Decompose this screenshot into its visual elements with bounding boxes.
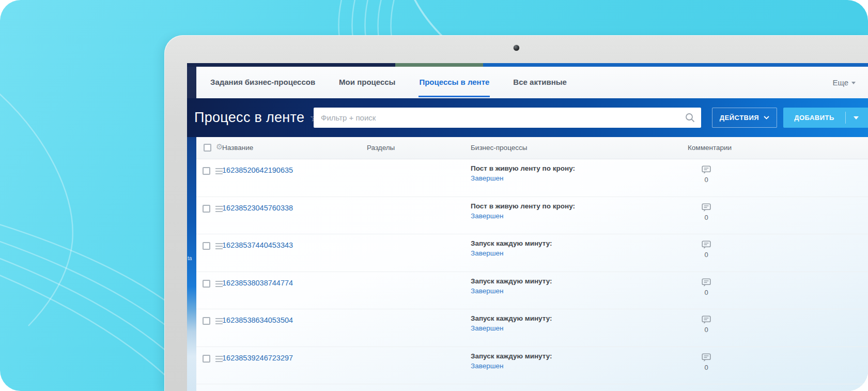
business-process-name: Запуск каждую минуту:	[471, 239, 552, 247]
row-menu-icon[interactable]	[215, 168, 223, 174]
comment-bubble-icon[interactable]	[702, 278, 711, 287]
process-tabs-bar: Задания бизнес-процессов Мои процессы Пр…	[196, 67, 868, 98]
search-icon[interactable]	[685, 113, 695, 123]
chevron-down-icon	[764, 116, 769, 119]
business-process-status-link[interactable]: Завершен	[471, 174, 575, 182]
comments-cell: 0	[688, 353, 725, 371]
business-process-name: Запуск каждую минуту:	[471, 352, 552, 360]
top-strip-green	[395, 63, 483, 67]
comments-cell: 0	[688, 166, 725, 184]
process-name-link[interactable]: 16238538634053504	[222, 316, 293, 324]
row-checkbox[interactable]	[203, 280, 210, 288]
process-name-link[interactable]: 16238537440453343	[222, 241, 293, 249]
business-process-status-link[interactable]: Завершен	[471, 324, 552, 332]
comments-cell: 0	[688, 315, 725, 334]
comment-count: 0	[688, 289, 725, 296]
top-strip-blue	[483, 63, 868, 67]
comment-bubble-icon[interactable]	[702, 240, 711, 249]
row-checkbox[interactable]	[203, 317, 210, 325]
row-checkbox[interactable]	[203, 242, 210, 250]
business-process-name: Пост в живую ленту по крону:	[471, 202, 575, 210]
chevron-down-icon	[851, 82, 856, 84]
business-process-name: Запуск каждую минуту:	[471, 277, 552, 285]
table-row: 16238537440453343 Запуск каждую минуту: …	[196, 234, 868, 272]
comment-count: 0	[688, 214, 725, 221]
webcam-icon	[514, 45, 519, 51]
row-menu-icon[interactable]	[215, 356, 223, 362]
business-process-status-link[interactable]: Завершен	[471, 287, 552, 295]
row-menu-icon[interactable]	[215, 243, 223, 249]
comment-count: 0	[688, 251, 725, 259]
business-process-cell: Запуск каждую минуту: Завершен	[471, 239, 552, 257]
row-menu-icon[interactable]	[215, 318, 223, 324]
add-dropdown-toggle[interactable]	[846, 116, 866, 119]
add-button[interactable]: ДОБАВИТЬ	[783, 108, 868, 128]
process-name-link[interactable]: 16238523045760338	[222, 204, 293, 212]
comment-bubble-icon[interactable]	[702, 315, 711, 324]
caret-down-icon	[854, 116, 859, 119]
business-process-status-link[interactable]: Завершен	[471, 212, 575, 220]
page-background: ta Задания бизнес-процессов Мои процессы…	[0, 0, 868, 391]
table-row: 16238520642190635 Пост в живую ленту по …	[196, 159, 868, 197]
page-title: Процесс в ленте	[194, 110, 304, 126]
app-screen: ta Задания бизнес-процессов Мои процессы…	[187, 63, 868, 391]
actions-button[interactable]: ДЕЙСТВИЯ	[712, 108, 777, 128]
tab-more-menu[interactable]: Еще	[832, 67, 856, 98]
table-row: 16238523045760338 Пост в живую ленту по …	[196, 197, 868, 235]
business-process-cell: Пост в живую ленту по крону: Завершен	[471, 202, 575, 220]
search-input[interactable]	[314, 108, 701, 128]
select-all-checkbox[interactable]	[204, 144, 211, 152]
process-name-link[interactable]: 16238539246723297	[222, 354, 293, 362]
table-row: 16238538038744774 Запуск каждую минуту: …	[196, 272, 868, 310]
comment-count: 0	[688, 176, 725, 184]
top-strip-navy	[187, 63, 395, 67]
column-comments[interactable]: Комментарии	[688, 144, 732, 152]
column-processes[interactable]: Бизнес-процессы	[471, 144, 527, 152]
comments-cell: 0	[688, 278, 725, 296]
laptop-frame: ta Задания бизнес-процессов Мои процессы…	[164, 35, 868, 391]
process-name-link[interactable]: 16238520642190635	[222, 166, 293, 174]
column-name[interactable]: Название	[222, 144, 253, 152]
business-process-name: Пост в живую ленту по крону:	[471, 164, 575, 172]
business-process-name: Запуск каждую минуту:	[471, 314, 552, 322]
comment-count: 0	[688, 326, 725, 334]
comments-cell: 0	[688, 240, 725, 259]
business-process-cell: Запуск каждую минуту: Завершен	[471, 352, 552, 370]
business-process-cell: Запуск каждую минуту: Завершен	[471, 314, 552, 332]
table-row: 16238538634053504 Запуск каждую минуту: …	[196, 309, 868, 347]
row-checkbox[interactable]	[203, 205, 210, 213]
tab-my-processes[interactable]: Мои процессы	[327, 67, 407, 98]
table-row: 16238539246723297 Запуск каждую минуту: …	[196, 347, 868, 385]
grid-header-row: ⚙ Название Разделы Бизнес-процессы Комме…	[196, 137, 868, 159]
comments-cell: 0	[688, 203, 725, 221]
business-process-status-link[interactable]: Завершен	[471, 249, 552, 257]
tab-all-active[interactable]: Все активные	[501, 67, 579, 98]
comment-bubble-icon[interactable]	[702, 166, 711, 174]
column-sections[interactable]: Разделы	[367, 144, 395, 152]
filter-search-box	[314, 108, 701, 128]
comment-bubble-icon[interactable]	[702, 203, 711, 212]
business-process-cell: Пост в живую ленту по крону: Завершен	[471, 164, 575, 182]
row-menu-icon[interactable]	[215, 206, 223, 212]
tab-business-process-tasks[interactable]: Задания бизнес-процессов	[198, 67, 327, 98]
comment-bubble-icon[interactable]	[702, 353, 711, 362]
grid-rows: 16238520642190635 Пост в живую ленту по …	[196, 159, 868, 391]
business-process-status-link[interactable]: Завершен	[471, 362, 552, 370]
process-grid: ⚙ Название Разделы Бизнес-процессы Комме…	[196, 137, 868, 391]
comment-count: 0	[688, 364, 725, 371]
sidebar-text-fragment: ta	[188, 255, 192, 261]
row-menu-icon[interactable]	[215, 281, 223, 287]
screen-top-strip	[187, 63, 868, 67]
tab-processes-in-feed[interactable]: Процессы в ленте	[407, 67, 501, 98]
row-checkbox[interactable]	[203, 167, 210, 175]
row-checkbox[interactable]	[203, 355, 210, 363]
business-process-cell: Запуск каждую минуту: Завершен	[471, 277, 552, 295]
process-name-link[interactable]: 16238538038744774	[222, 279, 293, 287]
page-header: Процесс в ленте ☆ ДЕЙСТВИЯ ДОБАВИТЬ	[187, 98, 868, 137]
